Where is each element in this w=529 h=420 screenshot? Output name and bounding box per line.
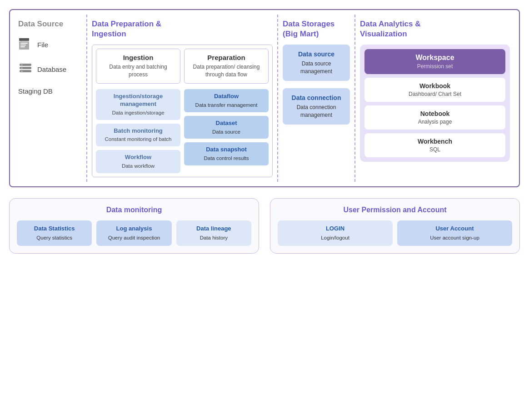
col-preparation: Data Preparation &Ingestion Ingestion Da… xyxy=(87,15,278,182)
log-analysis-card: Log analysis Query audit inspection xyxy=(96,220,171,246)
batch-monitoring-title: Batch monitoring xyxy=(100,127,177,135)
preparation-header: Data Preparation &Ingestion xyxy=(92,19,273,39)
notebook-card: Notebook Analysis page xyxy=(364,105,505,130)
main-container: Data Source File xyxy=(9,9,520,187)
workbook-subtitle: Dashboard/ Chart Set xyxy=(370,91,500,97)
col-storages: Data Storages(Big Mart) Data source Data… xyxy=(278,15,355,182)
ingestion-title: Ingestion xyxy=(100,54,176,61)
login-subtitle: Login/logout xyxy=(281,235,389,241)
col-analytics: Data Analytics &Visualization Workspace … xyxy=(355,15,514,182)
data-snapshot-title: Data snapshot xyxy=(188,146,265,154)
data-lineage-title: Data lineage xyxy=(180,225,248,233)
log-analysis-title: Log analysis xyxy=(100,225,168,233)
prep-col-preparation: Preparation Data preparation/ cleansing … xyxy=(184,49,269,173)
data-snapshot-subtitle: Data control results xyxy=(188,155,265,162)
bottom-section: Data monitoring Data Statistics Query st… xyxy=(9,198,520,254)
data-lineage-card: Data lineage Data history xyxy=(176,220,251,246)
dataset-subtitle: Data source xyxy=(188,129,265,135)
preparation-title: Preparation xyxy=(188,54,264,61)
database-icon xyxy=(18,62,33,76)
user-permission-cards: LOGIN Login/logout User Account User acc… xyxy=(278,220,512,246)
workflow-subtitle: Data workflow xyxy=(100,163,177,170)
dataset-title: Dataset xyxy=(188,120,265,127)
user-permission-title: User Permission and Account xyxy=(278,206,512,214)
notebook-subtitle: Analysis page xyxy=(370,119,500,125)
svg-rect-8 xyxy=(21,65,23,65)
storage-cards: Data source Data source management Data … xyxy=(283,45,350,125)
user-account-card: User Account User account sign-up xyxy=(397,220,512,246)
user-account-subtitle: User account sign-up xyxy=(401,235,509,241)
analytics-header: Data Analytics &Visualization xyxy=(360,19,510,39)
svg-rect-10 xyxy=(21,71,23,72)
staging-item: Staging DB xyxy=(18,87,83,95)
file-icon xyxy=(18,38,33,51)
dataflow-title: Dataflow xyxy=(188,93,265,100)
workflow-title: Workflow xyxy=(100,154,177,161)
workspace-title: Workspace xyxy=(370,54,500,62)
dataset-card: Dataset Data source xyxy=(184,116,269,139)
database-label: Database xyxy=(37,65,66,73)
log-analysis-subtitle: Query audit inspection xyxy=(100,235,168,241)
login-card: LOGIN Login/logout xyxy=(278,220,393,246)
analytics-inner: Workspace Permission set Workbook Dashbo… xyxy=(360,45,510,162)
data-monitoring-cards: Data Statistics Query statistics Log ana… xyxy=(17,220,251,246)
file-item: File xyxy=(18,38,83,51)
user-permission-box: User Permission and Account LOGIN Login/… xyxy=(270,198,520,254)
workbook-title: Workbook xyxy=(370,82,500,90)
login-title: LOGIN xyxy=(281,225,389,233)
workbench-title: Workbench xyxy=(370,138,500,145)
workbench-subtitle: SQL xyxy=(370,146,500,153)
workflow-card: Workflow Data workflow xyxy=(96,150,180,173)
workspace-card: Workspace Permission set xyxy=(364,49,505,74)
ingestion-header-box: Ingestion Data entry and batching proces… xyxy=(96,49,180,84)
data-statistics-title: Data Statistics xyxy=(20,225,88,233)
col-datasource: Data Source File xyxy=(15,15,87,182)
datasource-header: Data Source xyxy=(18,19,83,29)
data-source-storage-subtitle: Data source management xyxy=(287,60,345,75)
datasource-items: File Database Staging DB xyxy=(18,38,83,95)
data-monitoring-title: Data monitoring xyxy=(17,206,251,214)
svg-rect-4 xyxy=(20,46,25,47)
preparation-header-box: Preparation Data preparation/ cleansing … xyxy=(184,49,269,84)
preparation-subtitle: Data preparation/ cleansing through data… xyxy=(188,63,264,79)
ingestion-storage-subtitle: Data ingestion/storage xyxy=(100,110,177,116)
data-snapshot-card: Data snapshot Data control results xyxy=(184,142,269,165)
ingestion-storage-card: Ingestion/storage management Data ingest… xyxy=(96,89,180,120)
workbench-card: Workbench SQL xyxy=(364,133,505,157)
ingestion-subtitle: Data entry and batching process xyxy=(100,63,176,79)
prep-col-ingestion: Ingestion Data entry and batching proces… xyxy=(96,49,180,173)
workbook-card: Workbook Dashboard/ Chart Set xyxy=(364,78,505,102)
data-statistics-subtitle: Query statistics xyxy=(20,235,88,241)
staging-label: Staging DB xyxy=(18,87,53,95)
workspace-subtitle: Permission set xyxy=(370,63,500,70)
data-statistics-card: Data Statistics Query statistics xyxy=(17,220,92,246)
file-label: File xyxy=(37,41,48,49)
data-source-storage-title: Data source xyxy=(287,50,345,58)
data-connection-subtitle: Data connection management xyxy=(287,104,345,119)
database-item: Database xyxy=(18,62,83,76)
batch-monitoring-subtitle: Constant monitoring of batch xyxy=(100,136,177,143)
svg-rect-9 xyxy=(21,68,23,69)
dataflow-subtitle: Data transfer management xyxy=(188,102,265,109)
svg-rect-0 xyxy=(19,38,29,41)
data-lineage-subtitle: Data history xyxy=(180,235,248,241)
svg-rect-3 xyxy=(20,45,26,45)
data-source-storage-card: Data source Data source management xyxy=(283,45,350,81)
notebook-title: Notebook xyxy=(370,110,500,117)
svg-rect-2 xyxy=(20,43,28,44)
data-connection-title: Data connection xyxy=(287,94,345,102)
dataflow-card: Dataflow Data transfer management xyxy=(184,89,269,112)
prep-inner: Ingestion Data entry and batching proces… xyxy=(92,45,273,177)
user-account-title: User Account xyxy=(401,225,509,233)
ingestion-storage-title: Ingestion/storage management xyxy=(100,93,177,108)
storages-header: Data Storages(Big Mart) xyxy=(283,19,350,39)
data-connection-card: Data connection Data connection manageme… xyxy=(283,88,350,125)
data-monitoring-box: Data monitoring Data Statistics Query st… xyxy=(9,198,259,254)
batch-monitoring-card: Batch monitoring Constant monitoring of … xyxy=(96,124,180,147)
